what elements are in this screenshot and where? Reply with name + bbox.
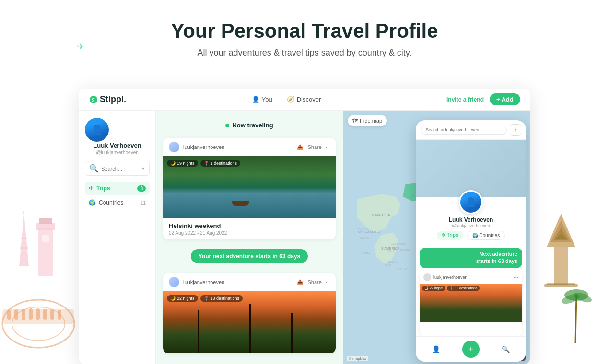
map-icon: 🗺 — [352, 118, 358, 124]
svg-text:CHILE: CHILE — [384, 264, 391, 267]
app-nav: S Stippl. 👤 You 🧭 Discover Invite a frie… — [79, 89, 530, 111]
svg-rect-1 — [20, 247, 28, 249]
mobile-search-input[interactable] — [421, 125, 507, 135]
mobile-tab-countries[interactable]: 🌍 Countries — [467, 231, 505, 240]
mobile-user-card: 👤 Luuk Verhoeven @luukjanverhoeven ✈ Tri… — [416, 197, 526, 245]
svg-text:S: S — [92, 98, 95, 103]
logo-text: Stippl. — [100, 94, 126, 104]
search-box[interactable]: 🔍 ▾ — [85, 161, 150, 176]
svg-text:CANADA: CANADA — [358, 228, 369, 231]
card-footer-1: Helsinki weekend 02 Aug 2022 - 21 Aug 20… — [163, 218, 336, 239]
image-badges-2: 🌙 22 nights 📍 13 destinations — [167, 295, 243, 302]
mobile-trip-avatar — [423, 273, 431, 281]
mobile-nights-badge: 🌙 22 nights — [422, 286, 445, 291]
trips-icon: ✈ — [89, 185, 94, 192]
add-button[interactable]: + Add — [490, 93, 520, 105]
svg-rect-11 — [7, 310, 11, 320]
page-title: Your Personal Travel Profile — [10, 19, 599, 43]
svg-rect-13 — [22, 309, 25, 320]
mobile-user-avatar: 👤 — [459, 190, 483, 214]
mobile-more-icon[interactable]: ··· — [514, 274, 518, 281]
search-input[interactable] — [101, 166, 140, 171]
more-icon-2[interactable]: ··· — [326, 279, 330, 285]
svg-rect-7 — [42, 235, 49, 242]
hide-map-button[interactable]: 🗺 Hide map — [348, 115, 387, 126]
svg-text:BOLIVIA: BOLIVIA — [388, 261, 398, 263]
svg-rect-2 — [21, 238, 27, 239]
mobile-trips-icon: ✈ — [442, 232, 445, 238]
share-icon-1: 📤 — [297, 144, 304, 150]
countries-icon: 🌍 — [89, 199, 96, 206]
card-image-2: 🌙 22 nights 📍 13 destinations — [163, 291, 336, 353]
sidebar-user-name: Luuk Verhoeven — [85, 142, 150, 149]
card-title-1: Helsinki weekend — [169, 222, 330, 229]
chevron-down-icon: ▾ — [142, 166, 144, 171]
svg-text:CUBA: CUBA — [362, 252, 370, 255]
sidebar-item-countries[interactable]: 🌍 Countries 11 — [85, 196, 150, 209]
destinations-badge-1: 📍 1 destinations — [200, 160, 241, 167]
sidebar-item-trips[interactable]: ✈ Trips 8 — [85, 182, 150, 195]
mobile-profile-button[interactable]: 👤 — [429, 342, 443, 356]
mobile-adventure-banner: Next adventure starts in 63 days — [420, 248, 522, 268]
countries-badge: 11 — [141, 200, 146, 205]
nav-actions: Invite a friend + Add — [446, 93, 520, 105]
card-username-2: luukjanverhoeven — [183, 279, 293, 285]
svg-rect-17 — [50, 309, 54, 320]
mobile-map — [416, 140, 526, 197]
card-header-2: luukjanverhoeven 📤 Share ··· — [163, 273, 336, 291]
more-icon-1[interactable]: ··· — [326, 144, 330, 150]
mobile-trip-card: luukjanverhoeven ··· 🌙 22 nights 📍 13 de… — [420, 271, 522, 336]
svg-text:BRAZIL: BRAZIL — [400, 249, 411, 251]
mobile-trip-image: 🌙 22 nights 📍 13 destinations — [420, 284, 522, 322]
mobile-tab-trips[interactable]: ✈ Trips — [437, 231, 463, 240]
mobile-upload-button[interactable]: ↑ — [510, 124, 521, 136]
svg-rect-5 — [36, 223, 55, 230]
svg-text:MEXICO: MEXICO — [360, 236, 369, 239]
sidebar: 👤 Luuk Verhoeven @luukjanverhoeven 🔍 ▾ ✈… — [79, 111, 156, 364]
mobile-search-button[interactable]: 🔍 — [499, 342, 513, 356]
svg-text:URUGUAY: URUGUAY — [396, 268, 408, 271]
share-icon-2: 📤 — [297, 279, 304, 285]
plane-decoration: ✈ — [77, 41, 85, 52]
svg-text:N AMERICA: N AMERICA — [372, 213, 390, 216]
main-feed: Now traveling luukjanverhoeven 📤 Share ·… — [156, 111, 343, 364]
card-actions-2: 📤 Share ··· — [297, 279, 330, 285]
card-header-1: luukjanverhoeven 📤 Share ··· — [163, 138, 336, 156]
svg-line-26 — [575, 295, 576, 343]
map-area: N AMERICA GREENLAND S AMERICA AFRICA RUS… — [343, 111, 530, 364]
you-icon: 👤 — [252, 96, 259, 103]
now-traveling-banner: Now traveling — [163, 118, 336, 131]
page-subtitle: All your adventures & travel tips saved … — [10, 48, 599, 58]
right-panel: N AMERICA GREENLAND S AMERICA AFRICA RUS… — [343, 111, 530, 364]
logo-icon: S — [89, 95, 98, 104]
mobile-mockup: ↑ — [416, 120, 526, 362]
nights-badge-1: 🌙 19 nights — [167, 160, 198, 167]
discover-icon: 🧭 — [287, 96, 294, 103]
live-dot — [225, 124, 229, 127]
user-avatar: 👤 — [85, 118, 109, 142]
nav-discover[interactable]: 🧭 Discover — [287, 96, 321, 103]
svg-rect-19 — [554, 247, 568, 285]
svg-rect-16 — [43, 309, 47, 320]
mobile-user-handle: @luukjanverhoeven — [452, 223, 490, 228]
mobile-user-name: Luuk Verhoeven — [449, 216, 493, 223]
card-date-1: 02 Aug 2022 - 21 Aug 2022 — [169, 230, 330, 236]
card-avatar-2 — [169, 277, 179, 287]
destinations-badge-2: 📍 13 destinations — [200, 295, 243, 302]
trip-card-2: luukjanverhoeven 📤 Share ··· — [163, 273, 336, 353]
card-actions-1: 📤 Share ··· — [297, 144, 330, 150]
search-icon: 🔍 — [89, 164, 99, 173]
svg-rect-15 — [36, 308, 40, 320]
svg-rect-25 — [544, 284, 578, 287]
mobile-trip-badges: 🌙 22 nights 📍 13 destinations — [422, 286, 480, 291]
nav-you[interactable]: 👤 You — [252, 96, 272, 103]
mobile-bottom-nav: 👤 + 🔍 — [416, 336, 526, 362]
invite-friend-button[interactable]: Invite a friend — [446, 96, 484, 103]
sidebar-user-handle: @luukjanverhoeven — [85, 150, 150, 155]
mobile-add-button[interactable]: + — [462, 341, 480, 358]
city-illustration-left — [0, 199, 82, 364]
nav-center: 👤 You 🧭 Discover — [136, 96, 437, 103]
app-mockup: S Stippl. 👤 You 🧭 Discover Invite a frie… — [79, 89, 530, 364]
card-image-1: 🌙 19 nights 📍 1 destinations — [163, 156, 336, 218]
nights-badge-2: 🌙 22 nights — [167, 295, 198, 302]
